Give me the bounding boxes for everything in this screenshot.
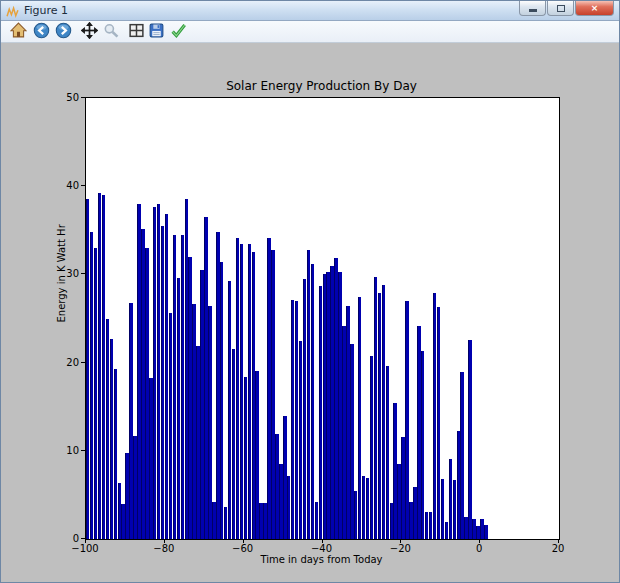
y-tick-label: 30 — [49, 268, 79, 279]
bar — [157, 204, 160, 539]
bar — [476, 526, 479, 539]
titlebar[interactable]: Figure 1 × — [1, 1, 619, 21]
bar — [259, 503, 262, 539]
maximize-button[interactable] — [547, 1, 574, 16]
bar — [417, 326, 420, 539]
bar — [405, 301, 408, 539]
bar — [220, 262, 223, 539]
bar — [453, 480, 456, 539]
bar — [118, 483, 121, 539]
bar — [287, 476, 290, 540]
bar — [366, 478, 369, 539]
bar — [437, 307, 440, 539]
x-axis-label: Time in days from Today — [85, 554, 558, 565]
bar — [441, 479, 444, 539]
bar — [271, 250, 274, 539]
bar — [161, 226, 164, 539]
maximize-icon — [557, 5, 565, 12]
bar — [315, 502, 318, 539]
bar — [413, 487, 416, 539]
matplotlib-logo-icon — [6, 4, 19, 17]
zoom-rect-button[interactable] — [102, 23, 121, 41]
bar — [468, 340, 471, 539]
x-tick-label: −100 — [71, 543, 98, 554]
x-tick-label: −40 — [311, 543, 332, 554]
bar — [255, 371, 258, 539]
x-tick-label: −20 — [390, 543, 411, 554]
bar — [460, 372, 463, 539]
figure-canvas[interactable]: Solar Energy Production By Day Energy in… — [1, 43, 620, 583]
bar — [236, 238, 239, 539]
bar — [279, 464, 282, 539]
toolbar — [1, 21, 619, 43]
bar — [248, 244, 251, 539]
bar — [291, 300, 294, 539]
bar — [472, 519, 475, 539]
bar — [382, 285, 385, 539]
bar — [330, 266, 333, 539]
bar — [129, 303, 132, 539]
bar — [232, 349, 235, 540]
bar — [98, 193, 101, 539]
bar — [358, 297, 361, 539]
y-tick-label: 0 — [49, 533, 79, 544]
back-button[interactable] — [32, 23, 51, 41]
bar — [240, 244, 243, 539]
y-tick-label: 20 — [49, 356, 79, 367]
x-tick-label: 0 — [476, 543, 482, 554]
bar — [228, 281, 231, 539]
bar — [457, 431, 460, 539]
bar — [90, 232, 93, 539]
bar — [181, 235, 184, 539]
bar — [173, 235, 176, 539]
bar — [326, 272, 329, 539]
bar — [283, 416, 286, 539]
bar — [350, 344, 353, 539]
configure-subplots-icon — [128, 22, 145, 43]
bar — [425, 512, 428, 539]
bar — [165, 214, 168, 539]
bar — [393, 403, 396, 539]
bar — [106, 319, 109, 539]
bar — [480, 519, 483, 539]
bar — [224, 507, 227, 539]
bar — [386, 366, 389, 539]
home-button[interactable] — [9, 23, 28, 41]
bar — [421, 351, 424, 539]
bar — [401, 437, 404, 539]
bar — [354, 491, 357, 540]
close-button[interactable]: × — [575, 1, 614, 16]
save-button[interactable] — [147, 23, 166, 41]
forward-button[interactable] — [54, 23, 73, 41]
bar — [149, 378, 152, 539]
bar — [429, 512, 432, 539]
customize-button[interactable] — [169, 23, 188, 41]
x-tick-label: 20 — [552, 543, 565, 554]
bar — [145, 248, 148, 539]
figure-window: Figure 1 × — [0, 0, 620, 583]
bar — [445, 522, 448, 539]
y-tick-mark — [81, 97, 85, 98]
pan-button[interactable] — [80, 23, 99, 41]
y-tick-label: 50 — [49, 92, 79, 103]
bar — [86, 199, 89, 539]
bar — [374, 277, 377, 539]
bar — [188, 257, 191, 539]
y-tick-mark — [81, 450, 85, 451]
bar — [323, 274, 326, 539]
bar — [433, 293, 436, 539]
bar — [319, 286, 322, 539]
home-icon — [10, 22, 27, 43]
configure-subplots-button[interactable] — [127, 23, 146, 41]
customize-check-icon — [170, 22, 187, 43]
bar — [342, 326, 345, 539]
minimize-button[interactable] — [519, 1, 546, 16]
bar — [204, 217, 207, 539]
window-title: Figure 1 — [24, 4, 68, 17]
bar — [263, 503, 266, 539]
y-tick-mark — [81, 185, 85, 186]
bar — [362, 476, 365, 539]
bar — [169, 313, 172, 539]
bar — [208, 306, 211, 539]
bar — [121, 504, 124, 539]
